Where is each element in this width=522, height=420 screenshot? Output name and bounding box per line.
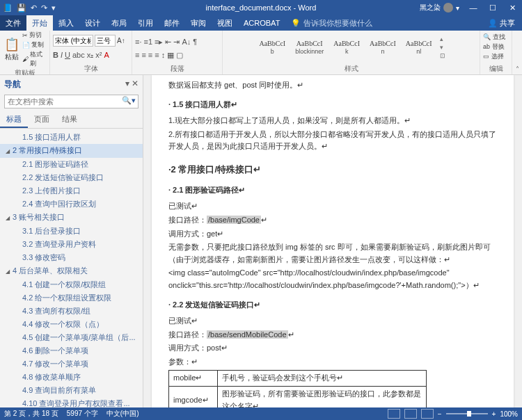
document-area[interactable]: 数据返回都支持 get、post 同时使用。↵ · 1.5 接口适用人群↵ 1.… xyxy=(143,75,522,407)
sort-button[interactable]: A↓ xyxy=(182,38,191,47)
tell-me[interactable]: 💡 告诉我你想要做什么 xyxy=(285,15,372,31)
font-name-select[interactable] xyxy=(53,35,93,47)
tab-file[interactable]: 文件 xyxy=(0,15,26,31)
collapse-ribbon-button[interactable]: ˄ xyxy=(512,31,522,74)
format-painter-button[interactable]: 🖌格式刷 xyxy=(22,50,47,68)
indent-inc-button[interactable]: ⇥ xyxy=(173,38,180,47)
user-account[interactable]: 黑之染 ▾ xyxy=(420,3,459,13)
nav-tree-item[interactable]: ◢4 后台菜单、权限相关 xyxy=(0,264,143,278)
zoom-level[interactable]: 100% xyxy=(500,410,518,418)
nav-tree-item[interactable]: 4.2 给一个权限组设置权限 xyxy=(0,291,143,305)
strike-button[interactable]: abc xyxy=(72,51,85,60)
style-item[interactable]: AaBbCcInl xyxy=(404,38,434,57)
minimize-button[interactable]: — xyxy=(464,0,483,15)
styles-more-button[interactable]: ▴▾⊡ xyxy=(440,35,445,59)
select-button[interactable]: ▭ 选择 xyxy=(483,52,504,61)
superscript-button[interactable]: x² xyxy=(95,51,102,60)
show-marks-button[interactable]: ¶ xyxy=(193,38,197,47)
underline-button[interactable]: U xyxy=(65,51,70,60)
align-left-button[interactable]: ≡ xyxy=(135,51,139,60)
redo-icon[interactable]: ↷ xyxy=(41,3,47,13)
nav-tree-item[interactable]: 4.4 修改一个权限（点） xyxy=(0,318,143,331)
subscript-button[interactable]: x₂ xyxy=(87,51,94,60)
cut-button[interactable]: ✂剪切 xyxy=(22,31,47,40)
justify-button[interactable]: ≡ xyxy=(155,51,159,60)
nav-tree-item[interactable]: 4.7 修改一个菜单项 xyxy=(0,357,143,371)
read-mode-button[interactable] xyxy=(388,409,400,419)
maximize-button[interactable]: ☐ xyxy=(483,0,503,15)
nav-search-input[interactable] xyxy=(4,95,139,108)
tab-mailings[interactable]: 邮件 xyxy=(159,15,185,31)
tab-insert[interactable]: 插入 xyxy=(53,15,79,31)
numbering-button[interactable]: ≡1 xyxy=(143,38,152,47)
nav-tree-item[interactable]: 4.9 查询目前所有菜单 xyxy=(0,384,143,397)
qat-dropdown-icon[interactable]: ▾ xyxy=(52,3,56,13)
font-color-button[interactable]: A xyxy=(104,51,109,60)
tab-references[interactable]: 引用 xyxy=(132,15,159,31)
copy-button[interactable]: 📄复制 xyxy=(22,40,47,49)
nav-tree-item[interactable]: 2.2 发送短信验证码接口 xyxy=(0,171,143,184)
language[interactable]: 中文(中国) xyxy=(106,409,139,419)
bullets-button[interactable]: ≡· xyxy=(135,38,141,47)
nav-close-button[interactable]: ▾ ✕ xyxy=(125,79,139,90)
nav-tree-item[interactable]: 4.8 修改菜单顺序 xyxy=(0,371,143,384)
nav-tree-item[interactable]: 1.5 接口适用人群 xyxy=(0,131,143,144)
save-icon[interactable]: 💾 xyxy=(17,3,26,13)
zoom-in-button[interactable]: + xyxy=(492,410,496,418)
nav-tree-item[interactable]: 3.1 后台登录接口 xyxy=(0,225,143,238)
nav-tree-item[interactable]: 4.6 删除一个菜单项 xyxy=(0,344,143,357)
zoom-slider[interactable] xyxy=(446,413,488,414)
nav-tree-item[interactable]: 2.1 图形验证码路径 xyxy=(0,158,143,171)
style-item[interactable]: AaBbCcIb xyxy=(257,38,287,57)
ribbon-options-icon[interactable]: ▾ xyxy=(456,4,459,12)
undo-icon[interactable]: ↶ xyxy=(31,3,37,13)
share-button[interactable]: 👤 共享 xyxy=(481,15,522,31)
bold-button[interactable]: B xyxy=(53,51,58,60)
search-icon[interactable]: 🔍▾ xyxy=(122,96,136,105)
tab-review[interactable]: 审阅 xyxy=(185,15,212,31)
nav-tab-headings[interactable]: 标题 xyxy=(0,112,28,128)
nav-tree-item[interactable]: 4.5 创建一个菜单项/菜单组（后... xyxy=(0,331,143,344)
font-size-select[interactable] xyxy=(95,35,116,47)
grow-font-icon[interactable]: A↑ xyxy=(117,37,125,45)
page-count[interactable]: 第 2 页，共 18 页 xyxy=(4,409,58,419)
nav-tree-item[interactable]: 3.3 修改密码 xyxy=(0,251,143,264)
nav-tree-item[interactable]: 4.1 创建一个权限/权限组 xyxy=(0,278,143,291)
style-item[interactable]: AaBbCcIk xyxy=(331,38,362,57)
zoom-out-button[interactable]: − xyxy=(438,410,442,418)
replace-button[interactable]: ab 替换 xyxy=(483,42,505,51)
nav-tree-item[interactable]: 4.3 查询所有权限/组 xyxy=(0,305,143,318)
nav-tab-results[interactable]: 结果 xyxy=(56,112,84,128)
style-item[interactable]: AaBbCcIblockinner xyxy=(293,38,326,57)
nav-tree-item[interactable]: ◢2 常用接口/特殊接口 xyxy=(0,144,143,158)
close-button[interactable]: ✕ xyxy=(503,0,522,15)
tab-design[interactable]: 设计 xyxy=(79,15,106,31)
tab-home[interactable]: 开始 xyxy=(26,15,53,31)
ribbon: 📋 粘贴 ✂剪切 📄复制 🖌格式刷 剪贴板 A↑ B I U abc x₂ xyxy=(0,31,522,75)
borders-button[interactable]: ▢ xyxy=(176,51,183,60)
print-layout-button[interactable] xyxy=(404,409,417,419)
web-layout-button[interactable] xyxy=(421,409,434,419)
style-item[interactable]: AaBbCcIn xyxy=(367,38,398,57)
align-right-button[interactable]: ≡ xyxy=(148,51,152,60)
nav-tree-item[interactable]: 3.2 查询登录用户资料 xyxy=(0,238,143,251)
italic-button[interactable]: I xyxy=(61,51,63,60)
group-font: A↑ B I U abc x₂ x² A 字体 xyxy=(50,31,132,74)
align-center-button[interactable]: ≡ xyxy=(141,51,145,60)
shading-button[interactable]: ▦ xyxy=(167,51,174,60)
find-button[interactable]: 🔍 查找 xyxy=(483,33,505,42)
line-spacing-button[interactable]: ↕ xyxy=(161,51,166,60)
indent-dec-button[interactable]: ⇤ xyxy=(165,38,171,47)
nav-tree-item[interactable]: 2.4 查询中国行政区划 xyxy=(0,197,143,211)
nav-tab-pages[interactable]: 页面 xyxy=(28,112,56,128)
paste-button[interactable]: 📋 粘贴 xyxy=(3,37,20,62)
copy-icon: 📄 xyxy=(22,42,30,49)
multilevel-button[interactable]: ≡▸ xyxy=(155,38,163,47)
tab-layout[interactable]: 布局 xyxy=(106,15,132,31)
nav-tree-item[interactable]: 4.10 查询登录用户有权限查看... xyxy=(0,397,143,407)
nav-tree-item[interactable]: ◢3 账号相关接口 xyxy=(0,211,143,225)
tab-acrobat[interactable]: ACROBAT xyxy=(238,15,285,31)
word-count[interactable]: 5997 个字 xyxy=(67,409,98,419)
nav-tree-item[interactable]: 2.3 上传图片接口 xyxy=(0,184,143,197)
tab-view[interactable]: 视图 xyxy=(212,15,238,31)
